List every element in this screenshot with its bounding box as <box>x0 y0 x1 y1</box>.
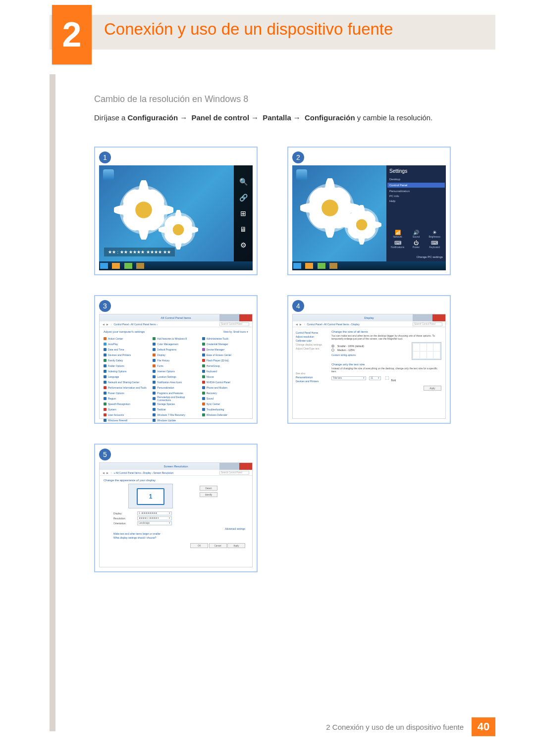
control-panel-item[interactable]: Fonts <box>153 363 199 368</box>
control-panel-item[interactable]: Sync Center <box>202 402 248 406</box>
control-panel-item[interactable]: Folder Options <box>104 363 150 368</box>
make-text-larger-link[interactable]: Make text and other items larger or smal… <box>113 532 248 535</box>
leftnav-link[interactable]: Control Panel Home <box>296 331 324 334</box>
control-panel-item[interactable]: Region <box>104 396 150 401</box>
control-panel-item[interactable]: System <box>104 407 150 411</box>
devices-icon[interactable]: 🖥 <box>240 225 247 233</box>
item-dropdown[interactable]: Title bars <box>331 376 366 380</box>
back-icon[interactable]: ◀ <box>103 471 105 474</box>
breadcrumb-path[interactable]: « All Control Panel Items › Display › Sc… <box>114 471 174 474</box>
search-input[interactable]: Search Control Panel <box>413 322 442 326</box>
search-input[interactable]: Search Control Panel <box>219 322 249 326</box>
settings-panel-item[interactable]: PC info <box>389 194 443 199</box>
control-panel-item[interactable]: AutoPlay <box>104 342 150 346</box>
identify-button[interactable]: Identify <box>200 492 217 497</box>
settings-quick-icon[interactable]: ⌨Notifications <box>389 240 406 249</box>
settings-quick-icon[interactable]: ⌨Keyboard <box>427 240 443 249</box>
control-panel-item[interactable]: Ease of Access Center <box>202 353 248 357</box>
see-also-link[interactable]: Personalization <box>296 376 324 379</box>
control-panel-item[interactable]: Display <box>153 353 199 357</box>
radio-medium[interactable] <box>331 349 334 352</box>
control-panel-item[interactable]: Language <box>104 374 150 379</box>
control-panel-item[interactable]: Internet Options <box>153 369 199 373</box>
advanced-settings-link[interactable]: Advanced settings <box>104 527 245 530</box>
what-settings-link[interactable]: What display settings should I choose? <box>113 536 248 539</box>
control-panel-item[interactable]: Keyboard <box>202 369 248 373</box>
control-panel-item[interactable]: HomeGroup <box>202 363 248 368</box>
change-pc-settings-link[interactable]: Change PC settings <box>417 255 443 258</box>
control-panel-item[interactable]: Power Options <box>104 391 150 395</box>
taskbar-explorer-icon[interactable] <box>305 263 313 269</box>
settings-quick-icon[interactable]: 📶Network <box>389 230 406 238</box>
forward-icon[interactable]: ▶ <box>107 471 108 474</box>
control-panel-item[interactable]: Speech Recognition <box>104 402 150 406</box>
control-panel-item[interactable]: Administrative Tools <box>202 336 248 341</box>
minmax-buttons[interactable] <box>413 314 432 321</box>
search-input[interactable]: Search Control Panel <box>219 471 249 475</box>
forward-icon[interactable]: ▶ <box>107 323 108 326</box>
settings-panel-item[interactable]: Personalization <box>389 189 443 194</box>
control-panel-item[interactable]: Action Center <box>104 336 150 341</box>
control-panel-item[interactable]: Add features to Windows 8 <box>153 336 199 341</box>
taskbar-ie-icon[interactable] <box>100 263 108 269</box>
control-panel-item[interactable]: Windows Defender <box>202 412 248 417</box>
taskbar-explorer-icon[interactable] <box>112 263 120 269</box>
control-panel-item[interactable]: Devices and Printers <box>104 353 150 357</box>
size-dropdown[interactable]: 11 <box>369 376 381 380</box>
control-panel-item[interactable]: Network and Sharing Center <box>104 380 150 384</box>
close-button[interactable] <box>432 314 445 321</box>
forward-icon[interactable]: ▶ <box>300 323 302 326</box>
control-panel-item[interactable]: User Accounts <box>104 412 150 417</box>
control-panel-item[interactable]: Sound <box>202 396 248 401</box>
taskbar-app-icon[interactable] <box>329 263 337 269</box>
field-dropdown[interactable]: Landscape <box>137 521 172 525</box>
taskbar-app-icon[interactable] <box>136 263 144 269</box>
close-button[interactable] <box>239 314 252 321</box>
settings-quick-icon[interactable]: 🔊Sound <box>408 230 424 238</box>
search-icon[interactable]: 🔍 <box>239 178 248 186</box>
custom-sizing-link[interactable]: Custom sizing options <box>331 353 356 356</box>
leftnav-link[interactable]: Adjust ClearType text <box>296 347 324 350</box>
control-panel-item[interactable]: Date and Time <box>104 347 150 352</box>
settings-panel-item[interactable]: Control Panel <box>387 183 445 188</box>
control-panel-item[interactable]: Windows Firewall <box>104 418 150 422</box>
see-also-link[interactable]: Devices and Printers <box>296 380 324 383</box>
control-panel-item[interactable]: Indexing Options <box>104 369 150 373</box>
control-panel-item[interactable]: Programs and Features <box>153 391 199 395</box>
share-icon[interactable]: 🔗 <box>239 194 248 202</box>
leftnav-link[interactable]: Adjust resolution <box>296 335 324 338</box>
settings-quick-icon[interactable]: ☀Brightness <box>427 230 443 238</box>
up-icon[interactable]: ↑ <box>110 323 112 326</box>
taskbar-app-icon[interactable] <box>124 263 132 269</box>
up-icon[interactable]: ↑ <box>110 471 112 474</box>
control-panel-item[interactable]: Location Settings <box>153 374 199 379</box>
detect-button[interactable]: Detect <box>200 486 217 491</box>
control-panel-item[interactable]: Troubleshooting <box>202 407 248 411</box>
bold-checkbox[interactable] <box>385 376 389 380</box>
control-panel-item[interactable]: Notification Area Icons <box>153 380 199 384</box>
back-icon[interactable]: ◀ <box>296 323 298 326</box>
control-panel-item[interactable]: Phone and Modem <box>202 385 248 390</box>
back-icon[interactable]: ◀ <box>103 323 105 326</box>
close-button[interactable] <box>239 463 252 470</box>
breadcrumb-path[interactable]: Control Panel › All Control Panel Items … <box>307 323 360 326</box>
control-panel-item[interactable]: Credential Manager <box>202 342 248 346</box>
settings-panel-item[interactable]: Help <box>389 199 443 203</box>
control-panel-item[interactable]: Storage Spaces <box>153 402 199 406</box>
apply-button[interactable]: Apply <box>227 543 245 548</box>
start-icon[interactable]: ⊞ <box>240 209 246 217</box>
apply-button[interactable]: Apply <box>424 386 441 391</box>
control-panel-item[interactable]: File History <box>153 358 199 362</box>
field-dropdown[interactable]: ★★★★ x ★★★★ ▾ <box>137 516 172 520</box>
field-dropdown[interactable]: 1. ★★★★★★★★ <box>137 511 172 515</box>
control-panel-item[interactable]: Device Manager <box>202 347 248 352</box>
settings-panel-item[interactable]: Desktop <box>389 177 443 182</box>
control-panel-item[interactable]: Family Safety <box>104 358 150 362</box>
control-panel-item[interactable]: Flash Player (32-bit) <box>202 358 248 362</box>
leftnav-link[interactable]: Change display settings <box>296 343 324 346</box>
settings-icon[interactable]: ⚙ <box>240 241 247 249</box>
view-by-dropdown[interactable]: View by: Small icons ▾ <box>104 330 248 335</box>
control-panel-item[interactable]: Mouse <box>202 374 248 379</box>
taskbar-ie-icon[interactable] <box>293 263 301 269</box>
control-panel-item[interactable]: Default Programs <box>153 347 199 352</box>
